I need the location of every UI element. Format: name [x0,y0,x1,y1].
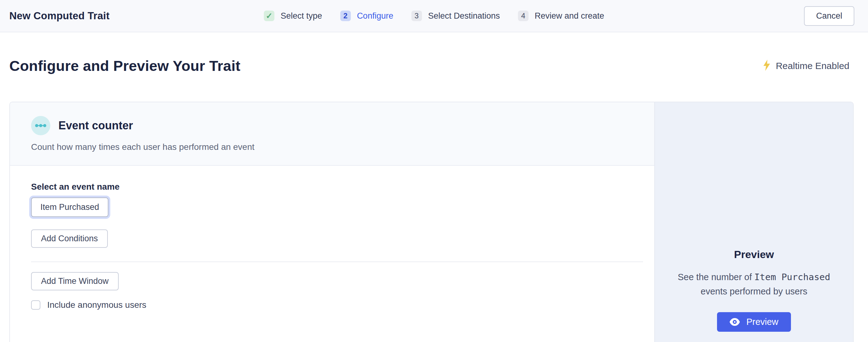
trait-type-description: Count how many times each user has perfo… [31,142,642,152]
page-title: Configure and Preview Your Trait [9,57,241,74]
step-select-destinations[interactable]: 3 Select Destinations [411,10,500,21]
trait-type-title: Event counter [58,119,133,132]
step-label: Select Destinations [428,11,500,21]
preview-description-suffix: events performed by users [701,286,807,296]
include-anonymous-checkbox[interactable] [31,300,40,310]
preview-description-prefix: See the number of [678,272,752,282]
wizard-stepper: ✓ Select type 2 Configure 3 Select Desti… [264,10,604,21]
preview-panel: Preview See the number of Item Purchased… [654,102,853,342]
step-review-and-create[interactable]: 4 Review and create [518,10,604,21]
cancel-button[interactable]: Cancel [804,6,854,26]
check-icon: ✓ [264,10,274,21]
add-conditions-button[interactable]: Add Conditions [31,229,108,248]
section-divider [31,261,643,262]
trait-config-body: Select an event name Item Purchased Add … [10,166,654,342]
wizard-title: New Computed Trait [9,10,110,22]
step-label: Configure [357,11,393,21]
realtime-label: Realtime Enabled [776,61,849,71]
step-number-badge: 4 [518,10,528,21]
preview-button[interactable]: Preview [717,312,790,332]
page-heading-row: Configure and Preview Your Trait Realtim… [9,57,849,74]
preview-event-name: Item Purchased [754,272,830,282]
step-label: Select type [281,11,322,21]
step-number-badge: 2 [340,10,351,21]
lightning-bolt-icon [763,60,771,72]
trait-type-header: Event counter Count how many times each … [10,102,654,166]
trait-config-card: Event counter Count how many times each … [9,102,854,342]
step-number-badge: 3 [411,10,422,21]
step-configure[interactable]: 2 Configure [340,10,393,21]
step-label: Review and create [535,11,604,21]
include-anonymous-label: Include anonymous users [47,300,146,310]
top-bar: New Computed Trait ✓ Select type 2 Confi… [0,0,868,32]
event-name-select[interactable]: Item Purchased [31,197,108,217]
preview-title: Preview [734,249,774,260]
event-counter-dots-icon [31,116,50,135]
realtime-badge: Realtime Enabled [763,60,849,72]
anonymous-users-row: Include anonymous users [31,300,643,310]
eye-icon [730,318,740,326]
preview-description: See the number of Item Purchased events … [664,270,844,298]
preview-button-label: Preview [746,317,778,327]
event-name-label: Select an event name [31,182,643,192]
add-time-window-button[interactable]: Add Time Window [31,272,119,290]
card-main: Event counter Count how many times each … [10,102,654,342]
step-select-type[interactable]: ✓ Select type [264,10,322,21]
